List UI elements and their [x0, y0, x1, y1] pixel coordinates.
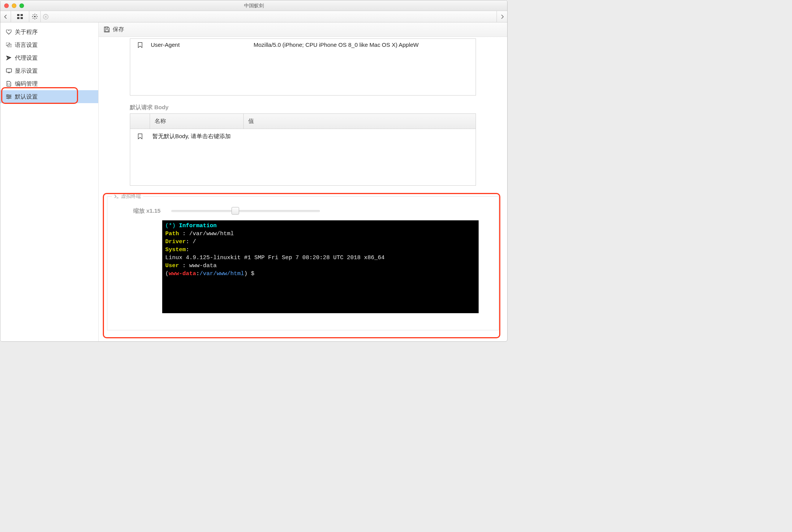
term-driver-label: Driver: [165, 239, 186, 245]
sidebar-item-language[interactable]: A 语言设置: [0, 38, 98, 51]
term-user-value: www-data: [189, 263, 217, 269]
table-col-icon: [130, 114, 150, 129]
term-sep: :: [186, 239, 193, 245]
save-icon: [104, 27, 110, 32]
empty-body-text: 暂无默认Body, 请单击右键添加: [150, 133, 476, 140]
term-user-label: User: [165, 263, 182, 269]
table-col-name: 名称: [150, 114, 244, 129]
save-bar: 保存: [99, 22, 507, 37]
app-window: 中国蚁剑 关于程序 A: [0, 0, 508, 342]
svg-point-4: [34, 16, 35, 17]
svg-rect-2: [17, 17, 19, 19]
svg-point-26: [8, 97, 9, 99]
window-title: 中国蚁剑: [0, 2, 507, 9]
sidebar-item-encoding[interactable]: 编码管理: [0, 77, 98, 90]
sidebar-item-proxy[interactable]: 代理设置: [0, 51, 98, 64]
grid-view-button[interactable]: [11, 11, 29, 22]
sidebar: 关于程序 A 语言设置 代理设置 显示设置: [0, 22, 99, 341]
body-table[interactable]: 名称 值 暂无默认Body, 请单击右键添加: [130, 113, 476, 186]
svg-line-12: [36, 14, 37, 15]
send-icon: [6, 56, 12, 61]
term-driver-value: /: [193, 239, 196, 245]
terminal-prompt-icon: [114, 194, 119, 198]
file-code-icon: [6, 81, 12, 86]
term-paren-close: ) $: [244, 271, 254, 277]
table-header: 名称 值: [130, 114, 476, 129]
table-col-value: 值: [244, 114, 476, 129]
svg-line-11: [33, 18, 34, 19]
term-sep: :: [182, 263, 189, 269]
header-name-cell: User-Agent: [151, 41, 246, 48]
sidebar-item-label: 默认设置: [15, 93, 38, 100]
bookmark-icon: [137, 41, 143, 48]
sidebar-item-label: 语言设置: [15, 41, 38, 49]
term-star: (*): [165, 223, 179, 229]
language-icon: A: [6, 43, 12, 47]
toolbar: [0, 11, 507, 22]
term-system-value: Linux 4.9.125-linuxkit #1 SMP Fri Sep 7 …: [165, 255, 385, 261]
nav-back-button[interactable]: [0, 11, 11, 22]
sidebar-item-display[interactable]: 显示设置: [0, 64, 98, 77]
terminal-legend: 虚拟终端: [112, 193, 143, 200]
table-row[interactable]: 暂无默认Body, 请单击右键添加: [130, 129, 476, 140]
table-row[interactable]: User-Agent Mozilla/5.0 (iPhone; CPU iPho…: [130, 39, 476, 48]
zoom-slider[interactable]: [171, 207, 320, 215]
zoom-label: 缩放 x1.15: [133, 207, 161, 215]
close-tab-button[interactable]: [41, 11, 51, 22]
term-sep: :: [186, 247, 189, 253]
header-value-cell: Mozilla/5.0 (iPhone; CPU iPhone OS 8_0 l…: [254, 41, 469, 48]
terminal-legend-text: 虚拟终端: [121, 193, 141, 200]
settings-button[interactable]: [29, 11, 41, 22]
term-sep: :: [182, 231, 189, 237]
sliders-icon: [6, 94, 12, 99]
nav-forward-button[interactable]: [497, 11, 507, 22]
heart-icon: [6, 30, 12, 35]
svg-point-22: [7, 94, 8, 96]
term-path-label: Path: [165, 231, 182, 237]
save-button[interactable]: 保存: [113, 26, 124, 33]
term-prompt-user: www-data: [169, 271, 196, 277]
bookmark-icon: [137, 133, 143, 140]
sidebar-item-label: 编码管理: [15, 80, 38, 88]
svg-rect-3: [21, 17, 23, 19]
slider-thumb[interactable]: [232, 207, 239, 215]
term-system-label: System: [165, 247, 186, 253]
term-colon: :: [196, 271, 200, 277]
sidebar-item-default-settings[interactable]: 默认设置: [0, 90, 98, 103]
term-info: Information: [179, 223, 217, 229]
svg-rect-19: [6, 69, 11, 72]
main-panel: 保存 User-Agent Mozilla/5.0 (iPhone; CPU i…: [99, 22, 507, 341]
term-paren-open: (: [165, 271, 169, 277]
zoom-row: 缩放 x1.15: [133, 207, 489, 215]
sidebar-item-label: 显示设置: [15, 67, 38, 75]
svg-text:A: A: [9, 45, 10, 47]
titlebar: 中国蚁剑: [0, 0, 507, 11]
body-section-title: 默认请求 Body: [130, 104, 507, 111]
svg-rect-0: [17, 14, 19, 16]
term-path-value: /var/www/html: [189, 231, 234, 237]
headers-table[interactable]: User-Agent Mozilla/5.0 (iPhone; CPU iPho…: [130, 38, 476, 96]
svg-point-24: [9, 96, 10, 97]
term-prompt-path: /var/www/html: [200, 271, 244, 277]
sidebar-item-about[interactable]: 关于程序: [0, 25, 98, 38]
monitor-icon: [6, 68, 12, 73]
slider-track: [171, 210, 320, 212]
terminal-output[interactable]: (*) Information Path : /var/www/html Dri…: [162, 220, 479, 313]
svg-line-10: [36, 18, 37, 19]
sidebar-item-label: 代理设置: [15, 54, 38, 62]
svg-rect-28: [105, 30, 109, 32]
terminal-fieldset: 虚拟终端 缩放 x1.15 (*) Information Path : /va…: [107, 196, 499, 330]
svg-rect-1: [21, 14, 23, 16]
svg-line-9: [33, 14, 34, 15]
sidebar-item-label: 关于程序: [15, 29, 38, 36]
